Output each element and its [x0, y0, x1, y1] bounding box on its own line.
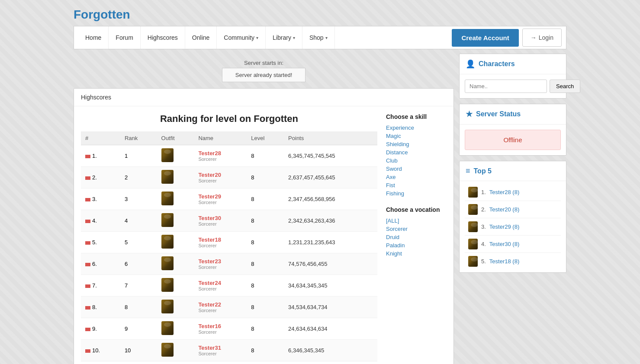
top5-widget: ≡ Top 5 1. Tester28 (8) 2. Tester20 (8) … — [459, 161, 566, 273]
rank-table: # Rank Outfit Name Level Points 1. 1 — [81, 131, 377, 361]
skill-filter-link[interactable]: Sword — [386, 165, 447, 173]
nav-community[interactable]: Community ▾ — [217, 26, 266, 49]
nav-shop[interactable]: Shop ▾ — [302, 26, 335, 49]
rank-bar-icon — [85, 263, 90, 266]
top5-player-link[interactable]: Tester30 (8) — [489, 241, 519, 247]
characters-widget-body: Search — [460, 74, 566, 98]
vocation-filter-link[interactable]: [ALL] — [386, 217, 447, 225]
site-logo[interactable]: Forgotten — [74, 8, 130, 21]
top5-player-link[interactable]: Tester18 (8) — [489, 258, 519, 265]
outfit-sprite — [161, 278, 174, 292]
rank-bar-icon — [85, 176, 90, 180]
row-name: Tester28 Sorcerer — [194, 145, 247, 167]
skill-filter-link[interactable]: Experience — [386, 124, 447, 132]
row-outfit — [157, 275, 194, 297]
player-name-link[interactable]: Tester30 — [198, 215, 242, 221]
outfit-sprite — [161, 256, 174, 270]
nav-highscores[interactable]: Highscores — [141, 26, 185, 49]
top5-widget-header: ≡ Top 5 — [460, 161, 566, 181]
row-rank: 9 — [120, 318, 157, 340]
col-rank: Rank — [120, 131, 157, 145]
row-outfit — [157, 232, 194, 253]
row-level: 8 — [247, 232, 284, 253]
highscores-inner: Ranking for level on Forgotten # Rank Ou… — [74, 106, 453, 364]
logo-area: Forgotten — [0, 0, 640, 26]
player-name-link[interactable]: Tester22 — [198, 301, 242, 308]
offline-badge: Offline — [465, 130, 561, 150]
nav-online[interactable]: Online — [185, 26, 217, 49]
row-outfit — [157, 210, 194, 232]
skill-filter-link[interactable]: Axe — [386, 173, 447, 181]
player-name-link[interactable]: Tester16 — [198, 323, 242, 329]
nav-library[interactable]: Library ▾ — [266, 26, 302, 49]
row-rank: 2 — [120, 167, 157, 188]
player-vocation: Sorcerer — [198, 221, 242, 227]
row-name: Tester30 Sorcerer — [194, 210, 247, 232]
vocation-filter-link[interactable]: Knight — [386, 249, 447, 258]
vocation-filter-link[interactable]: Sorcerer — [386, 225, 447, 233]
row-name: Tester29 Sorcerer — [194, 188, 247, 210]
top5-item: 4. Tester30 (8) — [465, 236, 561, 253]
col-level: Level — [247, 131, 284, 145]
row-name: Tester23 Sorcerer — [194, 253, 247, 275]
row-num: 2. — [81, 167, 120, 188]
rank-bar-icon — [85, 155, 90, 158]
skill-filter-link[interactable]: Distance — [386, 148, 447, 156]
top5-player-link[interactable]: Tester20 (8) — [489, 206, 519, 213]
vocation-filter-group: Choose a vocation [ALL]SorcererDruidPala… — [386, 206, 447, 258]
character-search-button[interactable]: Search — [550, 80, 580, 93]
player-vocation: Sorcerer — [198, 200, 242, 205]
row-level: 8 — [247, 167, 284, 188]
player-name-link[interactable]: Tester20 — [198, 172, 242, 178]
row-rank: 3 — [120, 188, 157, 210]
nav-forum[interactable]: Forum — [109, 26, 140, 49]
row-outfit — [157, 145, 194, 167]
row-points: 74,576,456,455 — [284, 253, 377, 275]
player-name-link[interactable]: Tester31 — [198, 345, 242, 351]
row-outfit — [157, 340, 194, 361]
top5-item: 2. Tester20 (8) — [465, 201, 561, 218]
row-num: 3. — [81, 188, 120, 210]
skill-filter-link[interactable]: Fishing — [386, 189, 447, 198]
server-status-widget: ★ Server Status Offline — [459, 104, 566, 156]
player-name-link[interactable]: Tester23 — [198, 258, 242, 265]
top5-outfit-sprite — [468, 187, 478, 198]
top5-player-link[interactable]: Tester28 (8) — [489, 189, 519, 195]
rank-bar-icon — [85, 349, 90, 353]
player-name-link[interactable]: Tester24 — [198, 280, 242, 286]
vocation-filter-link[interactable]: Paladin — [386, 241, 447, 249]
highscores-panel: Highscores Ranking for level on Forgotte… — [74, 88, 454, 364]
player-name-link[interactable]: Tester29 — [198, 193, 242, 200]
login-button[interactable]: → Login — [522, 29, 562, 47]
row-num: 6. — [81, 253, 120, 275]
row-name: Tester22 Sorcerer — [194, 297, 247, 318]
create-account-button[interactable]: Create Account — [452, 29, 518, 47]
table-row: 3. 3 Tester29 Sorcerer 8 2,347,456,568,9… — [81, 188, 377, 210]
row-level: 8 — [247, 297, 284, 318]
vocation-filter-title: Choose a vocation — [386, 206, 447, 213]
content-area: Server starts in: Server already started… — [74, 54, 454, 364]
highscores-header: Highscores — [74, 89, 453, 106]
nav-home[interactable]: Home — [78, 26, 109, 49]
row-num: 8. — [81, 297, 120, 318]
skill-filter-link[interactable]: Fist — [386, 181, 447, 189]
table-row: 1. 1 Tester28 Sorcerer 8 6,345,745,745,5… — [81, 145, 377, 167]
row-points: 1,231,231,235,643 — [284, 232, 377, 253]
skill-filter-link[interactable]: Magic — [386, 132, 447, 140]
top5-rank-num: 3. — [481, 224, 486, 230]
top5-widget-body: 1. Tester28 (8) 2. Tester20 (8) 3. Teste… — [460, 181, 566, 272]
skill-filter-link[interactable]: Shielding — [386, 140, 447, 148]
player-name-link[interactable]: Tester18 — [198, 236, 242, 243]
row-name: Tester20 Sorcerer — [194, 167, 247, 188]
skills-filter-group: Choose a skill ExperienceMagicShieldingD… — [386, 113, 447, 198]
player-name-link[interactable]: Tester28 — [198, 150, 242, 156]
vocation-filter-link[interactable]: Druid — [386, 233, 447, 241]
top5-item: 5. Tester18 (8) — [465, 253, 561, 270]
top5-player-link[interactable]: Tester29 (8) — [489, 224, 519, 230]
ranking-section: Ranking for level on Forgotten # Rank Ou… — [81, 113, 377, 361]
outfit-sprite — [161, 170, 174, 184]
row-points: 6,345,745,745,545 — [284, 145, 377, 167]
characters-widget-header: 👤 Characters — [460, 54, 566, 74]
character-search-input[interactable] — [465, 80, 547, 93]
skill-filter-link[interactable]: Club — [386, 156, 447, 165]
